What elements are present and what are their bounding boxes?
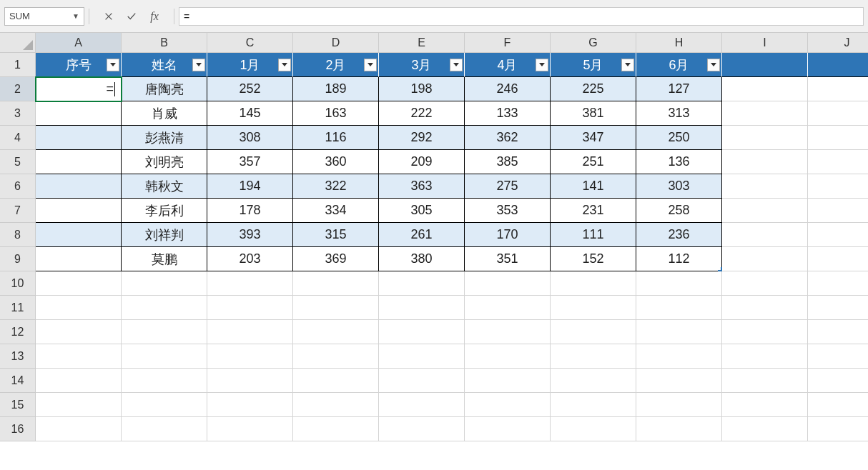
column-header-f[interactable]: F [465,33,551,53]
cell-e7[interactable]: 305 [379,199,465,223]
cell-a14[interactable] [36,369,122,393]
cell-j3[interactable] [808,101,868,126]
select-all-corner[interactable] [0,33,36,53]
cell-i1[interactable] [722,53,808,77]
cell-e12[interactable] [379,320,465,344]
cell-f4[interactable]: 362 [465,126,551,150]
cell-a4[interactable] [36,126,122,150]
cell-f16[interactable] [465,417,551,441]
filter-dropdown-icon[interactable] [450,59,463,71]
cell-g9[interactable]: 152 [551,247,636,271]
cell-h6[interactable]: 303 [636,174,722,199]
cell-f2[interactable]: 246 [465,77,551,101]
cell-i5[interactable] [722,150,808,174]
column-header-i[interactable]: I [722,33,808,53]
cell-h15[interactable] [636,393,722,417]
cell-e6[interactable]: 363 [379,174,465,199]
cell-e9[interactable]: 380 [379,247,465,271]
cell-b5[interactable]: 刘明亮 [122,150,207,174]
cell-e8[interactable]: 261 [379,223,465,247]
cell-g15[interactable] [551,393,636,417]
cell-c12[interactable] [207,320,293,344]
cell-g11[interactable] [551,296,636,320]
cell-i10[interactable] [722,271,808,296]
cell-f9[interactable]: 351 [465,247,551,271]
cell-f1[interactable]: 4月 [465,53,551,77]
cell-g12[interactable] [551,320,636,344]
cell-i9[interactable] [722,247,808,271]
cancel-icon[interactable] [101,9,117,24]
row-header-1[interactable]: 1 [0,53,36,77]
cell-d9[interactable]: 369 [293,247,379,271]
formula-input[interactable]: = [179,7,864,26]
cells-area[interactable]: 序号姓名1月2月3月4月5月6月=唐陶亮252189198246225127肖威… [36,53,868,441]
cell-d16[interactable] [293,417,379,441]
cell-h8[interactable]: 236 [636,223,722,247]
cell-i13[interactable] [722,344,808,369]
cell-j13[interactable] [808,344,868,369]
filter-dropdown-icon[interactable] [707,59,720,71]
cell-f3[interactable]: 133 [465,101,551,126]
cell-e1[interactable]: 3月 [379,53,465,77]
cell-c6[interactable]: 194 [207,174,293,199]
row-header-10[interactable]: 10 [0,271,36,296]
cell-j14[interactable] [808,369,868,393]
cell-g4[interactable]: 347 [551,126,636,150]
row-header-9[interactable]: 9 [0,247,36,271]
cell-d14[interactable] [293,369,379,393]
cell-j9[interactable] [808,247,868,271]
cell-h1[interactable]: 6月 [636,53,722,77]
cell-b1[interactable]: 姓名 [122,53,207,77]
column-header-h[interactable]: H [636,33,722,53]
cell-g13[interactable] [551,344,636,369]
cell-d4[interactable]: 116 [293,126,379,150]
cell-e15[interactable] [379,393,465,417]
cell-j15[interactable] [808,393,868,417]
row-header-4[interactable]: 4 [0,126,36,150]
row-header-3[interactable]: 3 [0,101,36,126]
cell-e11[interactable] [379,296,465,320]
cell-b9[interactable]: 莫鹏 [122,247,207,271]
cell-a6[interactable] [36,174,122,199]
cell-g6[interactable]: 141 [551,174,636,199]
cell-h13[interactable] [636,344,722,369]
cell-b12[interactable] [122,320,207,344]
cell-a13[interactable] [36,344,122,369]
cell-c2[interactable]: 252 [207,77,293,101]
cell-d8[interactable]: 315 [293,223,379,247]
cell-f7[interactable]: 353 [465,199,551,223]
cell-b4[interactable]: 彭燕清 [122,126,207,150]
cell-c10[interactable] [207,271,293,296]
cell-a16[interactable] [36,417,122,441]
cell-a10[interactable] [36,271,122,296]
cell-h3[interactable]: 313 [636,101,722,126]
row-header-5[interactable]: 5 [0,150,36,174]
cell-f13[interactable] [465,344,551,369]
cell-h9[interactable]: 112 [636,247,722,271]
cell-g3[interactable]: 381 [551,101,636,126]
cell-a12[interactable] [36,320,122,344]
cell-b13[interactable] [122,344,207,369]
cell-i2[interactable] [722,77,808,101]
cell-j10[interactable] [808,271,868,296]
cell-e16[interactable] [379,417,465,441]
cell-j6[interactable] [808,174,868,199]
cell-d12[interactable] [293,320,379,344]
cell-a3[interactable] [36,101,122,126]
cell-j1[interactable] [808,53,868,77]
row-header-16[interactable]: 16 [0,417,36,441]
cell-b16[interactable] [122,417,207,441]
cell-c16[interactable] [207,417,293,441]
cell-f14[interactable] [465,369,551,393]
row-header-6[interactable]: 6 [0,174,36,199]
column-header-d[interactable]: D [293,33,379,53]
cell-h11[interactable] [636,296,722,320]
cell-h16[interactable] [636,417,722,441]
row-header-14[interactable]: 14 [0,369,36,393]
cell-d7[interactable]: 334 [293,199,379,223]
row-header-2[interactable]: 2 [0,77,36,101]
cell-h5[interactable]: 136 [636,150,722,174]
cell-j12[interactable] [808,320,868,344]
cell-b10[interactable] [122,271,207,296]
cell-f6[interactable]: 275 [465,174,551,199]
